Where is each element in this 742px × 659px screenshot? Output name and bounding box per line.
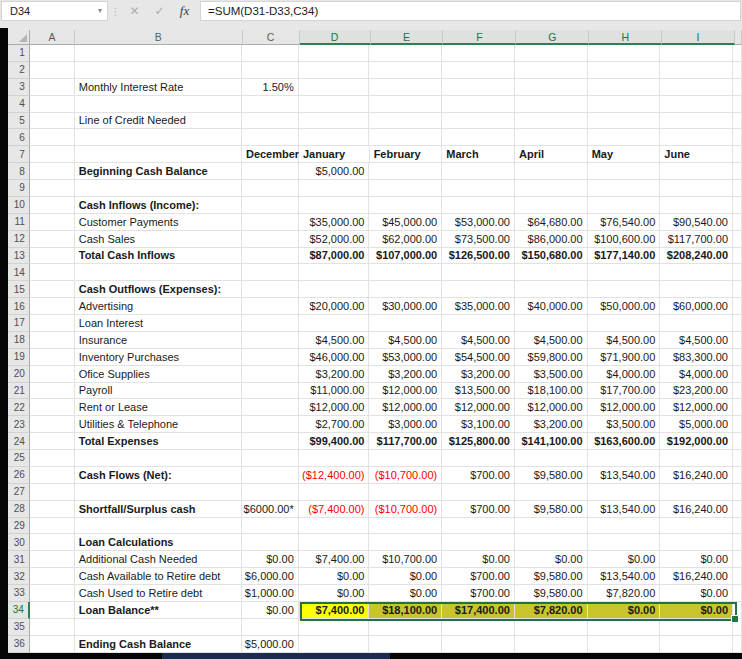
cell-G4[interactable] [515, 96, 588, 113]
cell-D5[interactable] [299, 113, 370, 130]
cell-F28[interactable]: $700.00 [442, 501, 515, 518]
cell-D12[interactable]: $52,000.00 [299, 231, 370, 248]
cell-I34[interactable]: $0.00 [660, 602, 733, 619]
cell-E20[interactable]: $3,200.00 [369, 366, 442, 383]
cell-I11[interactable]: $90,540.00 [660, 214, 733, 231]
cell-D7[interactable]: January [299, 146, 370, 163]
cell-E17[interactable] [369, 315, 442, 332]
cell-G9[interactable] [515, 180, 588, 197]
cell-C3[interactable]: 1.50% [242, 79, 299, 96]
cell-B6[interactable] [75, 129, 242, 146]
cell-F1[interactable] [442, 45, 515, 62]
cell-F22[interactable]: $12,000.00 [442, 399, 515, 416]
cell-E16[interactable]: $30,000.00 [369, 298, 442, 315]
cell-H8[interactable] [588, 163, 661, 180]
cell-B2[interactable] [75, 62, 242, 79]
cell-B9[interactable] [75, 180, 242, 197]
cell-F14[interactable] [442, 264, 515, 281]
cell-D3[interactable] [299, 79, 370, 96]
cell-I33[interactable]: $0.00 [660, 585, 733, 602]
cell-D10[interactable] [299, 197, 370, 214]
row-header-6[interactable]: 6 [8, 129, 30, 146]
cell-A27[interactable] [30, 484, 75, 501]
cell-I2[interactable] [660, 62, 733, 79]
cell-B20[interactable]: Ofice Supplies [75, 366, 242, 383]
cell-A16[interactable] [30, 298, 75, 315]
row-header-8[interactable]: 8 [8, 163, 30, 180]
cell-H14[interactable] [588, 264, 661, 281]
cell-F24[interactable]: $125,800.00 [442, 433, 515, 450]
cell-A28[interactable] [30, 501, 75, 518]
cell-I30[interactable] [660, 534, 733, 551]
cell-C20[interactable] [242, 366, 299, 383]
row-header-29[interactable]: 29 [8, 518, 30, 535]
cell-B4[interactable] [75, 96, 242, 113]
cell-A7[interactable] [30, 146, 75, 163]
cell-B13[interactable]: Total Cash Inflows [75, 248, 242, 265]
cell-E32[interactable]: $0.00 [369, 568, 442, 585]
row-header-1[interactable]: 1 [8, 45, 30, 62]
cell-H16[interactable]: $50,000.00 [588, 298, 661, 315]
cell-F6[interactable] [442, 129, 515, 146]
cell-D24[interactable]: $99,400.00 [299, 433, 370, 450]
cell-G30[interactable] [515, 534, 588, 551]
cell-A18[interactable] [30, 332, 75, 349]
cell-D26[interactable]: ($12,400.00) [299, 467, 370, 484]
row-header-2[interactable]: 2 [8, 62, 30, 79]
cell-H7[interactable]: May [588, 146, 661, 163]
cell-G35[interactable] [515, 619, 588, 636]
cell-B30[interactable]: Loan Calculations [75, 534, 242, 551]
cell-F27[interactable] [442, 484, 515, 501]
cell-B7[interactable] [75, 146, 242, 163]
cancel-icon[interactable]: ✕ [122, 0, 147, 22]
cell-B35[interactable] [75, 619, 242, 636]
cell-A9[interactable] [30, 180, 75, 197]
cell-D18[interactable]: $4,500.00 [299, 332, 370, 349]
cell-C26[interactable] [242, 467, 299, 484]
cell-D27[interactable] [299, 484, 370, 501]
cell-D22[interactable]: $12,000.00 [299, 399, 370, 416]
cell-E18[interactable]: $4,500.00 [369, 332, 442, 349]
cell-H28[interactable]: $13,540.00 [588, 501, 661, 518]
row-header-25[interactable]: 25 [8, 450, 30, 467]
cell-H20[interactable]: $4,000.00 [588, 366, 661, 383]
cell-A19[interactable] [30, 349, 75, 366]
row-header-22[interactable]: 22 [8, 399, 30, 416]
column-header-D[interactable]: D [300, 30, 371, 45]
cell-B11[interactable]: Customer Payments [75, 214, 242, 231]
cell-F5[interactable] [442, 113, 515, 130]
cell-G17[interactable] [515, 315, 588, 332]
cell-I7[interactable]: June [660, 146, 733, 163]
cell-C6[interactable] [242, 129, 299, 146]
cell-I20[interactable]: $4,000.00 [660, 366, 733, 383]
cell-A20[interactable] [30, 366, 75, 383]
cell-B15[interactable]: Cash Outflows (Expenses): [75, 281, 242, 298]
cell-B36[interactable]: Ending Cash Balance [75, 636, 242, 653]
row-header-21[interactable]: 21 [8, 383, 30, 400]
cell-I17[interactable] [660, 315, 733, 332]
cell-D31[interactable]: $7,400.00 [299, 551, 370, 568]
cell-H9[interactable] [588, 180, 661, 197]
cell-D9[interactable] [299, 180, 370, 197]
column-header-A[interactable]: A [30, 30, 75, 45]
cell-G5[interactable] [515, 113, 588, 130]
cell-F32[interactable]: $700.00 [442, 568, 515, 585]
cell-G34[interactable]: $7,820.00 [515, 602, 588, 619]
cell-C13[interactable] [242, 248, 299, 265]
cell-G2[interactable] [515, 62, 588, 79]
cell-F7[interactable]: March [442, 146, 515, 163]
cell-D34[interactable]: $7,400.00 [299, 602, 370, 619]
enter-icon[interactable]: ✓ [147, 0, 172, 22]
row-header-26[interactable]: 26 [8, 467, 30, 484]
cell-I19[interactable]: $83,300.00 [660, 349, 733, 366]
column-header-F[interactable]: F [443, 30, 516, 45]
cell-E5[interactable] [369, 113, 442, 130]
cell-F20[interactable]: $3,200.00 [442, 366, 515, 383]
cell-G15[interactable] [515, 281, 588, 298]
cell-E27[interactable] [369, 484, 442, 501]
cell-F15[interactable] [442, 281, 515, 298]
cell-A29[interactable] [30, 518, 75, 535]
cell-C8[interactable] [242, 163, 299, 180]
row-header-27[interactable]: 27 [8, 484, 30, 501]
name-box[interactable]: D34 ▾ [1, 1, 108, 21]
